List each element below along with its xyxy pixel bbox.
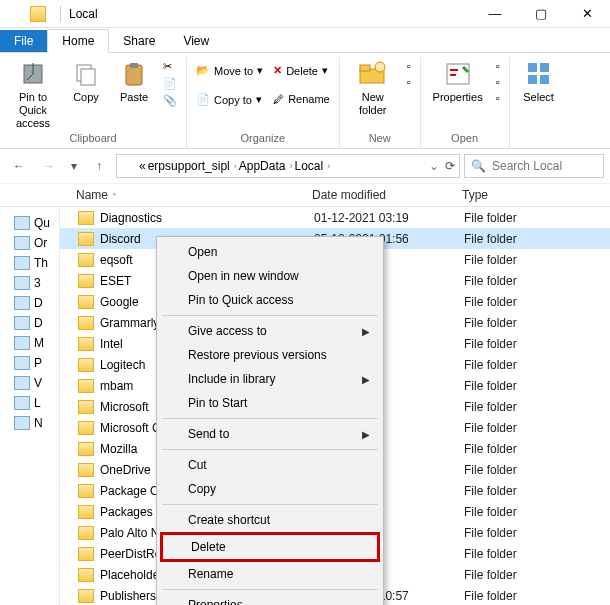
rename-button[interactable]: 🖉Rename <box>270 92 333 106</box>
nav-item[interactable]: N <box>0 413 59 433</box>
ribbon-tabs: File Home Share View <box>0 28 610 53</box>
file-type: File folder <box>464 400 610 414</box>
menu-item-send-to[interactable]: Send to▶ <box>160 422 380 446</box>
drive-icon <box>14 416 30 430</box>
new-item-button[interactable]: ▫ <box>404 59 414 73</box>
menu-item-properties[interactable]: Properties <box>160 593 380 605</box>
chevron-icon: « <box>139 159 146 173</box>
nav-up-button[interactable]: ↑ <box>86 153 112 179</box>
menu-item-open-in-new-window[interactable]: Open in new window <box>160 264 380 288</box>
tab-file[interactable]: File <box>0 30 47 52</box>
nav-item[interactable]: D <box>0 313 59 333</box>
copy-path-button[interactable]: 📄 <box>160 76 180 91</box>
svg-rect-10 <box>540 63 549 72</box>
menu-item-delete[interactable]: Delete <box>160 532 380 562</box>
nav-item[interactable]: 3 <box>0 273 59 293</box>
file-type: File folder <box>464 295 610 309</box>
file-name: Diagnostics <box>100 211 314 225</box>
copyto-icon: 📄 <box>196 93 210 106</box>
nav-item[interactable]: D <box>0 293 59 313</box>
menu-item-include-in-library[interactable]: Include in library▶ <box>160 367 380 391</box>
delete-button[interactable]: ✕Delete ▾ <box>270 63 333 78</box>
nav-item[interactable]: Qu <box>0 213 59 233</box>
select-label: Select <box>523 91 554 104</box>
folder-icon <box>78 316 94 330</box>
menu-item-open[interactable]: Open <box>160 240 380 264</box>
tab-view[interactable]: View <box>169 30 223 52</box>
window-title: Local <box>69 7 98 21</box>
tab-share[interactable]: Share <box>109 30 169 52</box>
history-button[interactable]: ▫ <box>493 91 503 105</box>
menu-item-restore-previous-versions[interactable]: Restore previous versions <box>160 343 380 367</box>
minimize-button[interactable]: — <box>472 0 518 28</box>
paste-shortcut-button[interactable]: 📎 <box>160 93 180 108</box>
cut-button[interactable]: ✂ <box>160 59 180 74</box>
file-type: File folder <box>464 568 610 582</box>
folder-icon <box>78 463 94 477</box>
nav-item[interactable]: V <box>0 373 59 393</box>
address-bar: ← → ▾ ↑ « erpsupport_sipl› AppData› Loca… <box>0 149 610 183</box>
dropdown-icon[interactable]: ⌄ <box>429 159 439 173</box>
edit-button[interactable]: ▫ <box>493 75 503 89</box>
folder-icon <box>78 400 94 414</box>
pin-label: Pin to Quick access <box>6 91 60 130</box>
copy-button[interactable]: Copy <box>64 57 108 104</box>
nav-item[interactable]: M <box>0 333 59 353</box>
title-bar: Local — ▢ ✕ <box>0 0 610 28</box>
tab-home[interactable]: Home <box>47 29 109 53</box>
paste-label: Paste <box>120 91 148 104</box>
nav-back-button[interactable]: ← <box>6 153 32 179</box>
breadcrumb-item[interactable]: Local› <box>294 159 330 173</box>
maximize-button[interactable]: ▢ <box>518 0 564 28</box>
col-date[interactable]: Date modified <box>312 188 462 202</box>
nav-item[interactable]: P <box>0 353 59 373</box>
file-type: File folder <box>464 358 610 372</box>
nav-item[interactable]: L <box>0 393 59 413</box>
group-open: Properties ▫ ▫ ▫ Open <box>421 57 510 148</box>
submenu-arrow-icon: ▶ <box>362 326 370 337</box>
move-to-button[interactable]: 📂Move to ▾ <box>193 63 266 78</box>
table-row[interactable]: Diagnostics01-12-2021 03:19File folder <box>60 207 610 228</box>
menu-item-rename[interactable]: Rename <box>160 562 380 586</box>
nav-item[interactable]: Th <box>0 253 59 273</box>
menu-item-pin-to-quick-access[interactable]: Pin to Quick access <box>160 288 380 312</box>
breadcrumb-item[interactable]: AppData› <box>239 159 293 173</box>
menu-item-create-shortcut[interactable]: Create shortcut <box>160 508 380 532</box>
nav-item[interactable]: Or <box>0 233 59 253</box>
navigation-pane[interactable]: QuOrTh3DDMPVLN <box>0 207 60 605</box>
folder-icon <box>121 160 135 172</box>
nav-forward-button[interactable]: → <box>36 153 62 179</box>
menu-item-pin-to-start[interactable]: Pin to Start <box>160 391 380 415</box>
group-label: Clipboard <box>69 130 116 148</box>
svg-rect-2 <box>81 69 95 85</box>
select-button[interactable]: Select <box>516 57 562 104</box>
col-name[interactable]: Name ⌃ <box>0 188 312 202</box>
shortcut-icon: 📎 <box>163 94 177 107</box>
file-type: File folder <box>464 211 610 225</box>
submenu-arrow-icon: ▶ <box>362 429 370 440</box>
menu-item-cut[interactable]: Cut <box>160 453 380 477</box>
menu-item-give-access-to[interactable]: Give access to▶ <box>160 319 380 343</box>
menu-item-copy[interactable]: Copy <box>160 477 380 501</box>
easy-access-button[interactable]: ▫ <box>404 75 414 89</box>
open-button[interactable]: ▫ <box>493 59 503 73</box>
nav-recent-button[interactable]: ▾ <box>66 153 82 179</box>
copy-to-button[interactable]: 📄Copy to ▾ <box>193 92 266 107</box>
address-box[interactable]: « erpsupport_sipl› AppData› Local› ⌄ ⟳ <box>116 154 460 178</box>
folder-icon <box>78 589 94 603</box>
new-folder-button[interactable]: New folder <box>346 57 400 117</box>
file-type: File folder <box>464 505 610 519</box>
breadcrumb-item[interactable]: erpsupport_sipl› <box>148 159 237 173</box>
drive-icon <box>14 356 30 370</box>
close-button[interactable]: ✕ <box>564 0 610 28</box>
group-organize: 📂Move to ▾ 📄Copy to ▾ ✕Delete ▾ 🖉Rename … <box>187 57 340 148</box>
group-new: New folder ▫ ▫ New <box>340 57 421 148</box>
properties-button[interactable]: Properties <box>427 57 489 104</box>
folder-icon <box>78 295 94 309</box>
search-input[interactable]: 🔍 Search Local <box>464 154 604 178</box>
pin-to-quick-access-button[interactable]: Pin to Quick access <box>6 57 60 130</box>
paste-button[interactable]: Paste <box>112 57 156 104</box>
column-headers: Name ⌃ Date modified Type <box>0 183 610 207</box>
refresh-icon[interactable]: ⟳ <box>445 159 455 173</box>
col-type[interactable]: Type <box>462 188 610 202</box>
